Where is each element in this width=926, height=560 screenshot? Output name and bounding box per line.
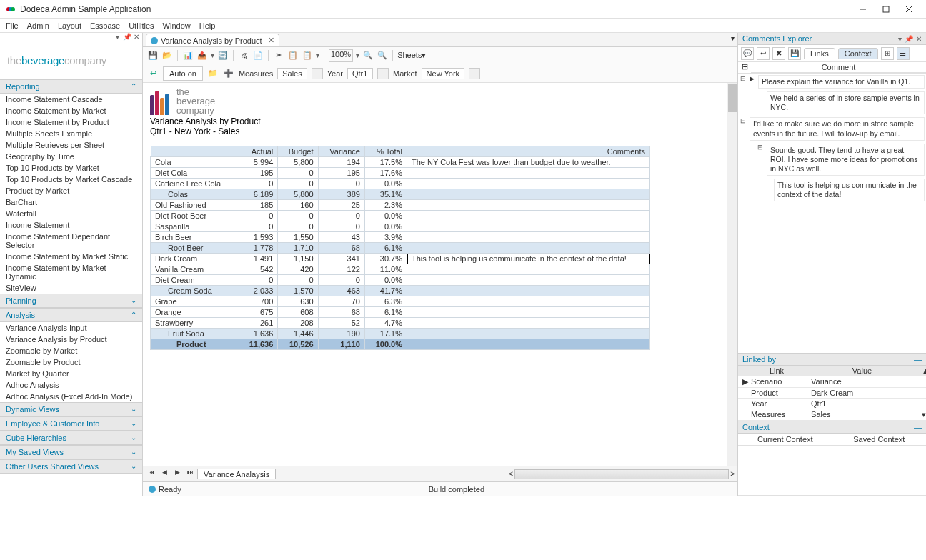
table-cell[interactable]: 41.7% xyxy=(364,286,407,296)
market-value[interactable]: New York xyxy=(422,68,464,79)
nav-item[interactable]: Top 10 Products by Market Cascade xyxy=(0,174,142,185)
refresh-icon[interactable]: 🔄 xyxy=(217,50,229,61)
menu-help[interactable]: Help xyxy=(199,21,216,30)
nav-item[interactable]: Multiple Sheets Example xyxy=(0,128,142,139)
cut-icon[interactable]: ✂ xyxy=(273,50,284,61)
table-cell[interactable] xyxy=(407,264,650,275)
table-cell[interactable]: 0 xyxy=(239,275,278,286)
table-header[interactable]: Variance xyxy=(318,146,364,157)
table-cell[interactable] xyxy=(407,232,650,243)
sheets-dropdown[interactable]: Sheets▾ xyxy=(397,51,426,60)
nav-item[interactable]: Zoomable by Product xyxy=(0,356,142,368)
table-cell[interactable]: 0 xyxy=(278,168,318,179)
table-cell[interactable]: 195 xyxy=(318,168,364,179)
table-cell[interactable]: 0 xyxy=(278,211,318,221)
table-cell[interactable]: 17.5% xyxy=(364,157,407,168)
folder-icon[interactable]: 📁 xyxy=(207,68,219,79)
table-cell[interactable]: The NY Cola Fest was lower than budget d… xyxy=(407,157,650,168)
year-selector[interactable] xyxy=(377,68,389,79)
tab-overflow-icon[interactable]: ▾ xyxy=(731,34,735,42)
nav-item[interactable]: Product by Market xyxy=(0,185,142,196)
scroll-right-icon[interactable]: > xyxy=(730,470,735,478)
table-cell[interactable]: 30.7% xyxy=(364,254,407,264)
table-cell[interactable]: 3.9% xyxy=(364,232,407,243)
table-cell[interactable]: 0.0% xyxy=(364,221,407,232)
nav-item[interactable]: Adhoc Analysis xyxy=(0,379,142,391)
collapse-icon[interactable]: — xyxy=(914,355,922,364)
table-cell[interactable]: Strawberry xyxy=(151,318,239,329)
nav-item[interactable]: Income Statement by Market Static xyxy=(0,251,142,262)
table-cell[interactable]: 0.0% xyxy=(364,211,407,221)
table-cell[interactable]: 6,189 xyxy=(239,189,278,200)
comment-row[interactable]: This tool is helping us communicate in t… xyxy=(740,179,925,201)
save-comment-icon[interactable]: 💾 xyxy=(788,47,801,60)
horizontal-scrollbar[interactable] xyxy=(514,469,729,479)
nav-item[interactable]: Waterfall xyxy=(0,208,142,219)
tab-close-icon[interactable]: ✕ xyxy=(268,36,274,45)
table-cell[interactable]: Cream Soda xyxy=(151,286,239,296)
nav-item[interactable]: Multiple Retrieves per Sheet xyxy=(0,139,142,151)
table-cell[interactable] xyxy=(407,189,650,200)
table-cell[interactable]: Fruit Soda xyxy=(151,329,239,339)
nav-item[interactable]: Income Statement by Market Dynamic xyxy=(0,262,142,282)
sheet-tab[interactable]: Variance Analaysis xyxy=(197,469,276,479)
table-cell[interactable]: Grape xyxy=(151,296,239,307)
links-tab[interactable]: Links xyxy=(804,48,835,59)
table-cell[interactable]: 0 xyxy=(318,275,364,286)
menu-essbase[interactable]: Essbase xyxy=(90,21,120,30)
delete-comment-icon[interactable]: ✖ xyxy=(772,47,785,60)
sheet-prev-icon[interactable]: ◀ xyxy=(159,469,170,480)
nav-item[interactable]: SiteView xyxy=(0,282,142,294)
table-cell[interactable]: 0.0% xyxy=(364,179,407,189)
table-cell[interactable]: Root Beer xyxy=(151,243,239,254)
nav-section-dynamic-views[interactable]: Dynamic Views⌄ xyxy=(0,402,142,416)
table-cell[interactable]: 261 xyxy=(239,318,278,329)
menu-file[interactable]: File xyxy=(6,21,19,30)
table-cell[interactable]: 608 xyxy=(278,307,318,318)
collapse-icon[interactable]: — xyxy=(914,423,922,431)
nav-item[interactable]: Variance Analysis Input xyxy=(0,322,142,334)
panel-dropdown-icon[interactable]: ▾ xyxy=(898,35,902,43)
save-icon[interactable]: 💾 xyxy=(147,50,159,61)
comment-row[interactable]: ⊟I'd like to make sure we do more in sto… xyxy=(740,117,925,140)
table-cell[interactable]: 1,710 xyxy=(278,243,318,254)
table-cell[interactable]: 5,994 xyxy=(239,157,278,168)
table-cell[interactable]: 52 xyxy=(318,318,364,329)
table-cell[interactable]: 68 xyxy=(318,307,364,318)
table-header[interactable]: Budget xyxy=(278,146,318,157)
nav-section-planning[interactable]: Planning⌄ xyxy=(0,294,142,308)
print-icon[interactable]: 🖨 xyxy=(238,50,249,61)
maximize-button[interactable] xyxy=(875,2,897,16)
table-cell[interactable]: 0 xyxy=(318,179,364,189)
comment-row[interactable]: ⊟Sounds good. They tend to have a great … xyxy=(740,144,925,176)
open-icon[interactable]: 📂 xyxy=(161,50,173,61)
table-cell[interactable]: 0 xyxy=(278,179,318,189)
table-cell[interactable]: 5,800 xyxy=(278,189,318,200)
table-cell[interactable]: 11.0% xyxy=(364,264,407,275)
table-cell[interactable] xyxy=(407,221,650,232)
comment-row[interactable]: We held a series of in store sample even… xyxy=(740,91,925,114)
table-cell[interactable]: 1,593 xyxy=(239,232,278,243)
nav-item[interactable]: Adhoc Analysis (Excel Add-In Mode) xyxy=(0,391,142,402)
table-cell[interactable]: 463 xyxy=(318,286,364,296)
table-cell[interactable] xyxy=(407,296,650,307)
table-cell[interactable]: 630 xyxy=(278,296,318,307)
table-cell[interactable]: 0 xyxy=(239,211,278,221)
nav-item[interactable]: Income Statement by Product xyxy=(0,116,142,128)
table-cell[interactable]: 700 xyxy=(239,296,278,307)
panel-tools[interactable]: ▾ 📌 ✕ xyxy=(0,33,142,46)
year-value[interactable]: Qtr1 xyxy=(347,68,373,79)
zoom-level[interactable]: 100% xyxy=(329,49,353,62)
table-cell[interactable] xyxy=(407,318,650,329)
export-icon[interactable]: 📤 xyxy=(196,50,208,61)
table-cell[interactable]: 6.3% xyxy=(364,296,407,307)
print-preview-icon[interactable]: 📄 xyxy=(252,50,264,61)
table-cell[interactable]: 25 xyxy=(318,200,364,211)
menu-window[interactable]: Window xyxy=(163,21,191,30)
table-cell[interactable]: 35.1% xyxy=(364,189,407,200)
nav-item[interactable]: Zoomable by Market xyxy=(0,345,142,356)
table-header[interactable]: % Total xyxy=(364,146,407,157)
table-cell[interactable]: Diet Cola xyxy=(151,168,239,179)
table-cell[interactable]: 43 xyxy=(318,232,364,243)
nav-item[interactable]: Variance Analysis by Product xyxy=(0,334,142,345)
